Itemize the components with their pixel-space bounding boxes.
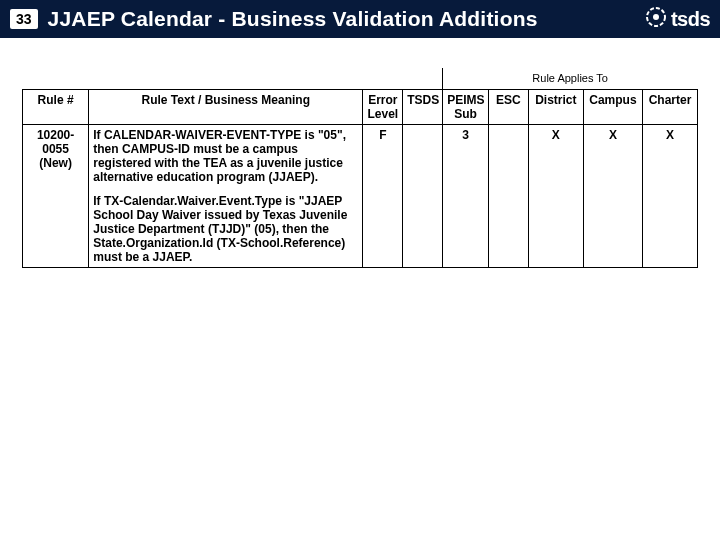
cell-rule-text: If CALENDAR-WAIVER-EVENT-TYPE is "05", t… (89, 125, 363, 268)
logo-text: tsds (671, 8, 710, 31)
applies-to-label: Rule Applies To (443, 69, 698, 90)
title-bar: 33 JJAEP Calendar - Business Validation … (0, 0, 720, 38)
rule-paragraph-1: If CALENDAR-WAIVER-EVENT-TYPE is "05", t… (93, 128, 358, 184)
applies-header-row: Rule Applies To (23, 69, 698, 90)
column-header-row: Rule # Rule Text / Business Meaning Erro… (23, 90, 698, 125)
cell-rule-num: 10200-0055 (New) (23, 125, 89, 268)
cell-charter: X (643, 125, 698, 268)
col-peims: PEIMS Sub (443, 90, 489, 125)
cell-peims: 3 (443, 125, 489, 268)
content-area: Rule Applies To Rule # Rule Text / Busin… (0, 38, 720, 268)
page-number: 33 (10, 9, 38, 29)
col-esc: ESC (488, 90, 528, 125)
blank-header (23, 69, 443, 90)
logo: tsds (645, 6, 710, 32)
slide-title: JJAEP Calendar - Business Validation Add… (48, 7, 645, 31)
col-district: District (528, 90, 583, 125)
cell-error: F (363, 125, 403, 268)
svg-point-1 (653, 14, 659, 20)
col-tsds: TSDS (403, 90, 443, 125)
logo-mark-icon (645, 6, 667, 32)
rule-paragraph-2: If TX-Calendar.Waiver.Event.Type is "JJA… (93, 194, 358, 264)
col-error: Error Level (363, 90, 403, 125)
cell-campus: X (583, 125, 642, 268)
cell-district: X (528, 125, 583, 268)
col-rule-num: Rule # (23, 90, 89, 125)
col-campus: Campus (583, 90, 642, 125)
rules-table: Rule Applies To Rule # Rule Text / Busin… (22, 68, 698, 268)
cell-tsds (403, 125, 443, 268)
cell-esc (488, 125, 528, 268)
col-charter: Charter (643, 90, 698, 125)
table-row: 10200-0055 (New) If CALENDAR-WAIVER-EVEN… (23, 125, 698, 268)
col-rule-text: Rule Text / Business Meaning (89, 90, 363, 125)
